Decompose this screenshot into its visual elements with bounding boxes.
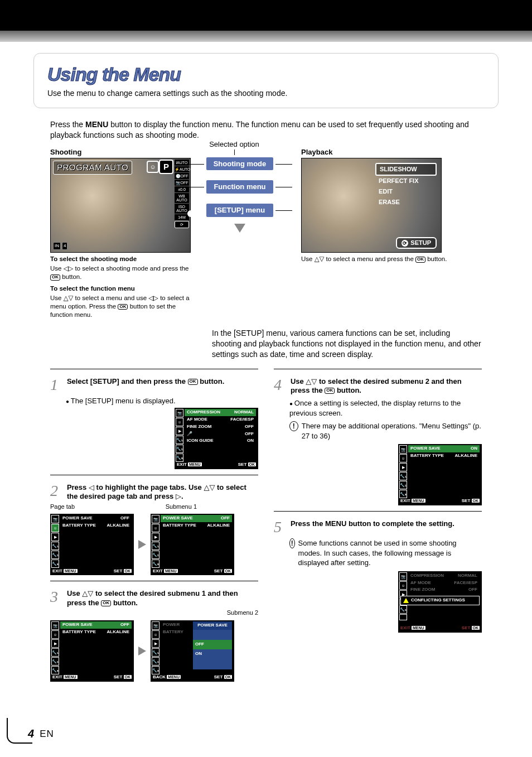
- page-title: Using the Menu: [47, 64, 485, 85]
- right-arrow-icon: [138, 540, 146, 549]
- erase-item: ERASE: [375, 197, 437, 208]
- step-2: 2 Press ◁ to highlight the page tabs. Us…: [50, 483, 258, 575]
- strip-item: 📷OFF: [175, 180, 189, 186]
- strip-item: ISO AUTO: [175, 204, 189, 214]
- mode-strip: iAUTO ⚡AUTO 🕓OFF 📷OFF ±0.0 WB AUTO ISO A…: [175, 160, 189, 251]
- step-5: 5 Press the MENU button to complete the …: [274, 519, 482, 633]
- shots-remaining: 4: [62, 242, 67, 250]
- page-subtitle: Use the menu to change camera settings s…: [47, 89, 485, 98]
- card-icon: IN: [53, 242, 61, 250]
- power-save-popup: POWER SAVE OFF ON: [193, 621, 232, 669]
- title-block: Using the Menu Use the menu to change ca…: [33, 53, 499, 108]
- step-1: 1 Select [SETUP] and then press the OK b…: [50, 377, 258, 470]
- page-footer: 4 EN: [28, 727, 54, 740]
- slideshow-item: SLIDESHOW: [375, 163, 437, 176]
- function-menu-pill: Function menu: [206, 180, 273, 194]
- face-icon: ☺: [147, 161, 159, 173]
- down-arrow-icon: [234, 224, 245, 233]
- playback-lcd: SLIDESHOW PERFECT FIX EDIT ERASE ⟳ SETUP: [301, 158, 442, 253]
- power-on-lcd: 📷☺▶🔧₁🔧₂🔧₃ POWER SAVEON BATTERY TYPEALKAL…: [398, 444, 482, 505]
- strip-item: WB AUTO: [175, 193, 189, 203]
- step-4: 4 Use △▽ to select the desired submenu 2…: [274, 377, 482, 506]
- intro-text: Press the MENU button to display the fun…: [50, 119, 482, 141]
- submenu2-popup-lcd: 📷☺▶🔧₁🔧₂🔧₃ POWER BATTERY POWER SAVE OFF: [151, 620, 234, 682]
- warning-icon: [403, 598, 409, 603]
- shooting-mode-pill: Shooting mode: [206, 157, 273, 171]
- shooting-label: Shooting: [50, 147, 195, 157]
- perfect-fix-item: PERFECT FIX: [375, 176, 437, 186]
- shooting-help: To select the shooting mode Use ◁▷ to se…: [50, 255, 195, 319]
- playback-label: Playback: [301, 147, 482, 157]
- playback-help: Use △▽ to select a menu and press the OK…: [301, 255, 482, 263]
- note-icon: !: [289, 538, 295, 548]
- step-3: 3 Use △▽ to select the desired submenu 1…: [50, 589, 258, 681]
- setup-menu-lcd: 📷☺▶🔧₁🔧₂🔧₃ COMPRESSIONNORMAL AF MODEFACE/…: [175, 408, 258, 469]
- note-icon: !: [289, 421, 298, 431]
- strip-item: ⚡AUTO: [175, 166, 189, 172]
- page-tab-lcd: 📷☺▶🔧₁🔧₂🔧₃ POWER SAVEOFF BATTERY TYPEALKA…: [50, 514, 134, 575]
- right-arrow-icon: [138, 647, 146, 655]
- p-mode-icon: P: [159, 160, 173, 174]
- submenu1-lcd: 📷☺▶🔧₁🔧₂🔧₃ POWER SAVEOFF BATTERY TYPEALKA…: [151, 514, 234, 575]
- setup-strip-icon: ⟳: [175, 221, 189, 228]
- strip-item: 14M: [175, 214, 189, 220]
- setup-dot-icon: ⟳: [402, 240, 408, 247]
- playback-menu: SLIDESHOW PERFECT FIX EDIT ERASE: [375, 163, 437, 207]
- setup-menu-pill: [SETUP] menu: [206, 204, 273, 217]
- edit-item: EDIT: [375, 186, 437, 197]
- playback-setup-button: ⟳ SETUP: [396, 237, 437, 249]
- submenu1-sel-lcd: 📷☺▶🔧₁🔧₂🔧₃ POWER SAVEOFF BATTERY TYPEALKA…: [50, 620, 134, 682]
- conflicting-lcd: 📷☺▶🔧₂ COMPRESSIONNORMAL AF MODEFACE/iESP…: [398, 571, 482, 633]
- strip-item: iAUTO: [175, 160, 189, 166]
- selected-option-label: Selected option: [190, 139, 279, 150]
- shooting-lcd: PROGRAM AUTO ☺ P iAUTO ⚡AUTO 🕓OFF 📷OFF ±…: [50, 158, 191, 253]
- strip-item: 🕓OFF: [175, 173, 189, 179]
- setup-description: In the [SETUP] menu, various camera func…: [212, 328, 482, 360]
- program-auto-banner: PROGRAM AUTO: [53, 161, 132, 174]
